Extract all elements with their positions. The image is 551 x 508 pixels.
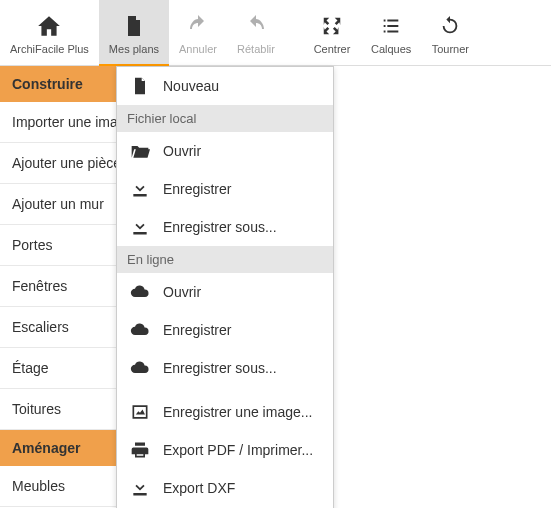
- toolbar-label: Calques: [371, 43, 411, 55]
- toolbar-tourner[interactable]: Tourner: [421, 0, 479, 65]
- toolbar-archifacile-plus[interactable]: ArchiFacile Plus: [0, 0, 99, 65]
- menu-export-pdf[interactable]: Export PDF / Imprimer...: [117, 431, 333, 469]
- menu-label: Export PDF / Imprimer...: [163, 442, 313, 458]
- toolbar-label: Rétablir: [237, 43, 275, 55]
- redo-icon: [243, 13, 269, 39]
- menu-label: Enregistrer: [163, 181, 231, 197]
- toolbar-calques[interactable]: Calques: [361, 0, 421, 65]
- menu-label: Ouvrir: [163, 284, 201, 300]
- cloud-download-icon: [129, 281, 151, 303]
- cloud-upload-icon: [129, 319, 151, 341]
- mes-plans-dropdown: Nouveau Fichier local Ouvrir Enregistrer…: [116, 66, 334, 508]
- download-icon: [129, 178, 151, 200]
- menu-enligne-enregistrer[interactable]: Enregistrer: [117, 311, 333, 349]
- home-icon: [36, 13, 62, 39]
- toolbar-annuler[interactable]: Annuler: [169, 0, 227, 65]
- toolbar-label: Centrer: [314, 43, 351, 55]
- toolbar-label: Annuler: [179, 43, 217, 55]
- menu-label: Export DXF: [163, 480, 235, 496]
- menu-label: Enregistrer sous...: [163, 360, 277, 376]
- list-icon: [378, 13, 404, 39]
- toolbar-retablir[interactable]: Rétablir: [227, 0, 285, 65]
- toolbar-mes-plans[interactable]: Mes plans: [99, 0, 169, 65]
- menu-label: Nouveau: [163, 78, 219, 94]
- menu-enregistrer-image[interactable]: Enregistrer une image...: [117, 393, 333, 431]
- toolbar-label: ArchiFacile Plus: [10, 43, 89, 55]
- menu-enligne-enregistrer-sous[interactable]: Enregistrer sous...: [117, 349, 333, 387]
- toolbar-label: Tourner: [432, 43, 469, 55]
- menu-nouveau[interactable]: Nouveau: [117, 67, 333, 105]
- menu-label: Enregistrer sous...: [163, 219, 277, 235]
- menu-local-ouvrir[interactable]: Ouvrir: [117, 132, 333, 170]
- cloud-upload-as-icon: [129, 357, 151, 379]
- menu-export-dxf[interactable]: Export DXF: [117, 469, 333, 507]
- image-icon: [129, 401, 151, 423]
- undo-icon: [185, 13, 211, 39]
- file-icon: [121, 13, 147, 39]
- download-as-icon: [129, 216, 151, 238]
- section-en-ligne: En ligne: [117, 246, 333, 273]
- toolbar-centrer[interactable]: Centrer: [303, 0, 361, 65]
- expand-icon: [319, 13, 345, 39]
- folder-open-icon: [129, 140, 151, 162]
- menu-local-enregistrer[interactable]: Enregistrer: [117, 170, 333, 208]
- print-icon: [129, 439, 151, 461]
- menu-label: Enregistrer une image...: [163, 404, 312, 420]
- rotate-icon: [437, 13, 463, 39]
- top-toolbar: ArchiFacile Plus Mes plans Annuler Rétab…: [0, 0, 551, 66]
- section-fichier-local: Fichier local: [117, 105, 333, 132]
- menu-label: Ouvrir: [163, 143, 201, 159]
- menu-label: Enregistrer: [163, 322, 231, 338]
- new-file-icon: [129, 75, 151, 97]
- export-dxf-icon: [129, 477, 151, 499]
- menu-local-enregistrer-sous[interactable]: Enregistrer sous...: [117, 208, 333, 246]
- toolbar-label: Mes plans: [109, 43, 159, 55]
- menu-enligne-ouvrir[interactable]: Ouvrir: [117, 273, 333, 311]
